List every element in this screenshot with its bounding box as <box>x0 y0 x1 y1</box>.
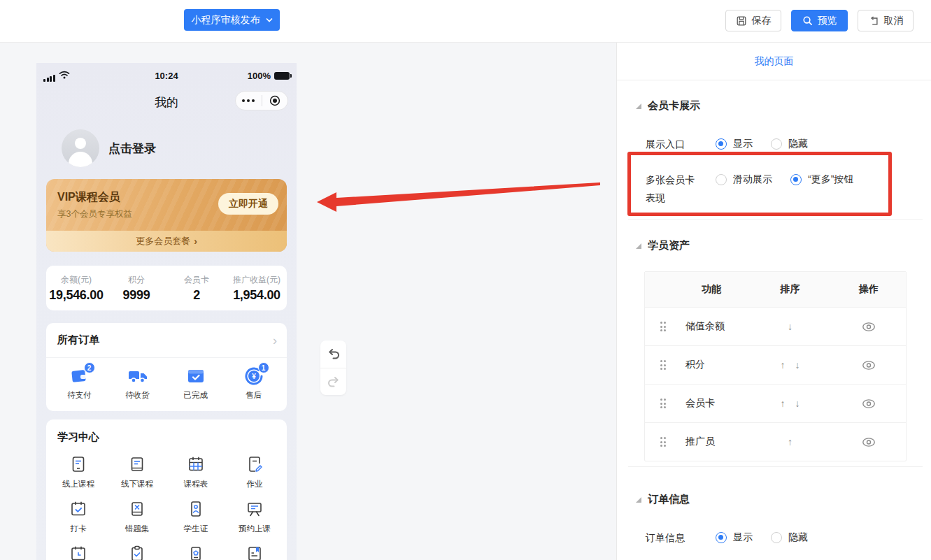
battery-icon <box>274 72 290 80</box>
table-row: 会员卡 ↑ ↓ <box>645 384 906 422</box>
learning-item-9[interactable] <box>49 539 108 560</box>
order-item-aftersale[interactable]: ¥ 1 售后 <box>225 366 283 401</box>
radio-hide[interactable]: 隐藏 <box>771 529 808 547</box>
learning-item-mistakes[interactable]: 错题集 <box>108 494 166 539</box>
stat-member-cards[interactable]: 会员卡 2 <box>166 274 227 303</box>
app-root: 小程序审核发布 保存 预览 取消 <box>0 0 931 560</box>
orders-header[interactable]: 所有订单 › <box>46 323 287 358</box>
learning-item-12[interactable] <box>225 539 284 560</box>
aftersale-icon: ¥ 1 <box>243 366 264 387</box>
learning-center-card: 学习中心 线上课程 线下课程 课程表 作业 <box>46 419 287 560</box>
offline-course-icon <box>128 455 146 476</box>
vip-title: VIP课程会员 <box>57 190 120 205</box>
vip-subtitle: 享3个会员专享权益 <box>57 208 132 220</box>
radio-show[interactable]: 显示 <box>716 529 753 547</box>
login-row[interactable]: 点击登录 <box>62 129 156 167</box>
vip-more-link[interactable]: 更多会员套餐 › <box>46 231 287 252</box>
sort-arrows[interactable]: ↑ ↓ <box>750 359 830 371</box>
learning-item-homework[interactable]: 作业 <box>225 450 284 494</box>
online-course-icon <box>69 455 87 476</box>
table-row: 储值余额 ↓ <box>645 307 906 345</box>
login-text: 点击登录 <box>108 141 156 157</box>
calendar-clock-icon <box>69 545 87 560</box>
learning-item-checkin[interactable]: 打卡 <box>49 494 108 539</box>
col-action: 操作 <box>830 283 907 296</box>
history-controls <box>320 340 346 395</box>
badge: 2 <box>84 362 95 373</box>
sort-arrows[interactable]: ↓ <box>750 321 830 332</box>
stat-balance[interactable]: 余额(元) 19,546.00 <box>46 274 106 303</box>
vip-member-card[interactable]: VIP课程会员 享3个会员专享权益 立即开通 更多会员套餐 › <box>46 179 287 252</box>
close-circle-icon[interactable] <box>262 92 288 110</box>
section-divider <box>628 219 923 220</box>
book-bookmark-icon <box>246 545 264 560</box>
drag-handle-icon[interactable] <box>653 437 673 447</box>
radio-icon <box>771 138 782 150</box>
field-label: 展示入口 <box>646 135 716 153</box>
my-page-link[interactable]: 我的页面 <box>755 55 794 68</box>
drag-handle-icon[interactable] <box>653 322 673 331</box>
cancel-button[interactable]: 取消 <box>858 10 914 31</box>
more-menu-icon[interactable] <box>236 92 262 110</box>
exit-icon <box>868 15 879 27</box>
sort-arrows[interactable]: ↑ ↓ <box>750 398 830 409</box>
radio-slide-display[interactable]: 滑动展示 <box>716 171 772 189</box>
radio-hide[interactable]: 隐藏 <box>771 135 808 153</box>
chevron-right-icon: › <box>273 334 277 347</box>
section-member-card[interactable]: 会员卡展示 <box>636 99 700 113</box>
form-row-multi-card: 多张会员卡 表现 滑动展示 “更多”按钮 <box>646 171 917 207</box>
learning-title: 学习中心 <box>46 419 287 448</box>
table-row: 推广员 ↑ <box>645 422 906 461</box>
learning-item-timetable[interactable]: 课程表 <box>166 450 225 494</box>
radio-more-button[interactable]: “更多”按钮 <box>790 171 853 189</box>
radio-icon <box>716 532 727 543</box>
drag-handle-icon[interactable] <box>653 360 673 370</box>
preview-label: 预览 <box>818 15 837 27</box>
eye-icon[interactable] <box>830 399 907 409</box>
eye-icon[interactable] <box>830 322 907 332</box>
drag-handle-icon[interactable] <box>653 399 673 408</box>
field-label: 多张会员卡 表现 <box>646 171 716 207</box>
table-header-row: 功能 排序 操作 <box>645 272 906 307</box>
radio-show[interactable]: 显示 <box>716 135 753 153</box>
publish-label: 小程序审核发布 <box>192 14 260 27</box>
eye-icon[interactable] <box>830 437 907 447</box>
phone-preview: 10:24 100% 我的 点击登录 VIP课程会员 享3个会员专享权益 <box>36 63 297 560</box>
section-divider <box>628 466 923 467</box>
badge: 1 <box>258 362 269 373</box>
sort-arrows[interactable]: ↑ <box>750 436 830 447</box>
vip-activate-button[interactable]: 立即开通 <box>218 193 278 215</box>
radio-icon <box>716 138 727 150</box>
redo-button[interactable] <box>320 368 346 396</box>
learning-item-10[interactable] <box>108 539 166 560</box>
publish-dropdown-button[interactable]: 小程序审核发布 <box>184 9 280 31</box>
order-item-pending-receive[interactable]: 待收货 <box>108 366 166 401</box>
undo-button[interactable] <box>320 340 346 368</box>
preview-button[interactable]: 预览 <box>791 10 848 31</box>
cancel-label: 取消 <box>884 15 904 27</box>
order-item-completed[interactable]: 已完成 <box>166 366 225 401</box>
booking-icon <box>246 500 264 521</box>
learning-item-11[interactable] <box>166 539 225 560</box>
assets-stats-card: 余额(元) 19,546.00 积分 9999 会员卡 2 推广收益(元) 1,… <box>46 266 287 310</box>
order-item-pending-pay[interactable]: 2 待支付 <box>50 366 108 401</box>
status-bar: 10:24 100% <box>43 69 290 82</box>
orders-card: 所有订单 › 2 待支付 待收货 <box>46 323 287 411</box>
section-student-assets[interactable]: 学员资产 <box>636 239 690 252</box>
form-row-order-info: 订单信息 显示 隐藏 <box>646 529 917 547</box>
stat-promo-income[interactable]: 推广收益(元) 1,954.00 <box>227 274 287 303</box>
field-label: 订单信息 <box>646 529 716 547</box>
stat-points[interactable]: 积分 9999 <box>106 274 166 303</box>
learning-item-booking[interactable]: 预约上课 <box>225 494 284 539</box>
collapse-triangle-icon <box>636 103 641 109</box>
eye-icon[interactable] <box>830 360 907 371</box>
mistakes-icon <box>128 500 146 521</box>
student-id-icon <box>187 500 205 521</box>
learning-item-offline-course[interactable]: 线下课程 <box>108 450 166 494</box>
section-order-info[interactable]: 订单信息 <box>636 493 690 506</box>
learning-item-student-id[interactable]: 学生证 <box>166 494 225 539</box>
save-label: 保存 <box>752 15 772 27</box>
learning-item-online-course[interactable]: 线上课程 <box>49 450 108 494</box>
collapse-triangle-icon <box>636 243 641 249</box>
save-button[interactable]: 保存 <box>725 10 781 31</box>
